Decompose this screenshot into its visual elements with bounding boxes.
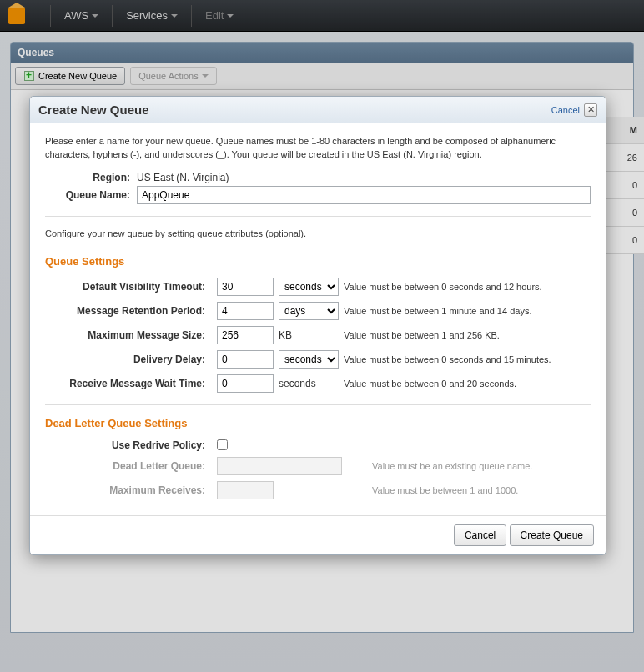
dlq-name-input: [217, 457, 342, 475]
wait-input[interactable]: [217, 374, 274, 393]
close-icon[interactable]: ✕: [584, 103, 597, 117]
dlq-name-row: Dead Letter Queue: Value must be an exis…: [45, 457, 591, 475]
queue-name-row: Queue Name:: [45, 186, 591, 204]
cancel-button[interactable]: Cancel: [454, 524, 506, 546]
retention-hint: Value must be between 1 minute and 14 da…: [344, 305, 591, 317]
visibility-unit-select[interactable]: seconds: [279, 278, 339, 296]
maxrecv-label: Maximum Receives:: [45, 484, 212, 496]
redrive-policy-row: Use Redrive Policy:: [45, 439, 591, 451]
wait-time-row: Receive Message Wait Time: seconds Value…: [45, 374, 591, 393]
divider: [45, 404, 591, 405]
visibility-hint: Value must be between 0 seconds and 12 h…: [344, 281, 591, 293]
delay-input[interactable]: [217, 350, 274, 369]
wait-unit: seconds: [279, 378, 339, 389]
visibility-timeout-row: Default Visibility Timeout: seconds Valu…: [45, 278, 591, 296]
queue-settings-title: Queue Settings: [45, 255, 591, 268]
queue-name-label: Queue Name:: [45, 189, 137, 201]
dialog-header: Create New Queue Cancel ✕: [30, 97, 606, 123]
create-queue-button[interactable]: Create Queue: [510, 524, 594, 546]
delivery-delay-row: Delivery Delay: seconds Value must be be…: [45, 350, 591, 369]
wait-hint: Value must be between 0 and 20 seconds.: [344, 378, 591, 389]
delay-label: Delivery Delay:: [45, 354, 212, 365]
queue-name-input[interactable]: [137, 186, 591, 204]
retention-period-row: Message Retention Period: days Value mus…: [45, 302, 591, 320]
dialog-footer: Cancel Create Queue: [30, 515, 606, 554]
maxsize-label: Maximum Message Size:: [45, 329, 212, 341]
dlq-name-hint: Value must be an existing queue name.: [372, 460, 591, 472]
create-queue-dialog: Create New Queue Cancel ✕ Please enter a…: [29, 96, 606, 555]
cancel-label: Cancel: [465, 529, 496, 541]
max-receives-row: Maximum Receives: Value must be between …: [45, 481, 591, 499]
maxsize-unit: KB: [279, 329, 339, 341]
config-intro: Configure your new queue by setting queu…: [45, 228, 591, 238]
max-size-row: Maximum Message Size: KB Value must be b…: [45, 326, 591, 344]
visibility-label: Default Visibility Timeout:: [45, 281, 212, 293]
divider: [45, 216, 591, 217]
delay-unit-select[interactable]: seconds: [279, 350, 339, 369]
dialog-title: Create New Queue: [38, 103, 551, 117]
region-row: Region: US East (N. Virginia): [45, 172, 591, 183]
region-label: Region:: [45, 172, 137, 183]
retention-input[interactable]: [217, 302, 274, 320]
dlq-name-label: Dead Letter Queue:: [45, 460, 212, 472]
cancel-link[interactable]: Cancel: [551, 105, 580, 115]
region-value: US East (N. Virginia): [137, 172, 229, 183]
intro-text: Please enter a name for your new queue. …: [45, 135, 591, 162]
create-label: Create Queue: [521, 529, 583, 541]
dialog-body: Please enter a name for your new queue. …: [30, 123, 606, 515]
retention-unit-select[interactable]: days: [279, 302, 339, 320]
redrive-label: Use Redrive Policy:: [45, 439, 212, 451]
dlq-title: Dead Letter Queue Settings: [45, 417, 591, 429]
maxsize-hint: Value must be between 1 and 256 KB.: [344, 329, 591, 341]
maxrecv-input: [217, 481, 274, 499]
delay-hint: Value must be between 0 seconds and 15 m…: [344, 354, 591, 365]
redrive-checkbox[interactable]: [217, 439, 228, 450]
retention-label: Message Retention Period:: [45, 305, 212, 317]
visibility-input[interactable]: [217, 278, 274, 296]
maxrecv-hint: Value must be between 1 and 1000.: [372, 484, 591, 496]
maxsize-input[interactable]: [217, 326, 274, 344]
wait-label: Receive Message Wait Time:: [45, 378, 212, 389]
